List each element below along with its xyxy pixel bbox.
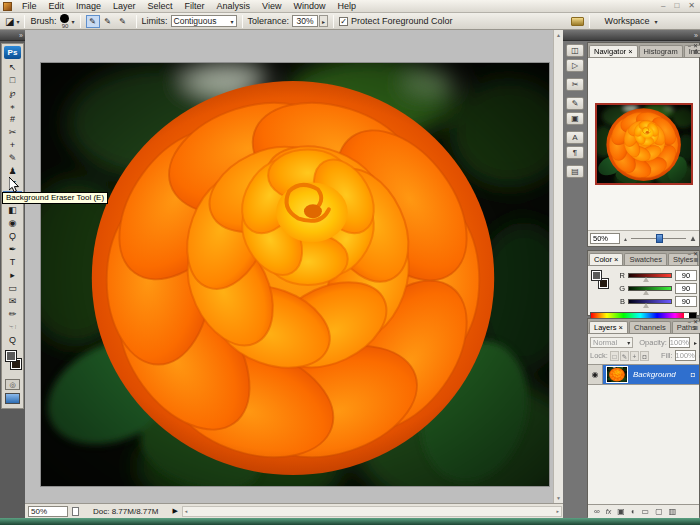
lock-position-icon[interactable]: + bbox=[630, 351, 639, 361]
actions-panel-icon[interactable]: ▷ bbox=[566, 59, 584, 72]
chevron-down-icon[interactable]: ▾ bbox=[71, 18, 74, 25]
green-value-input[interactable]: 90 bbox=[675, 283, 697, 294]
scroll-up-icon[interactable]: ▲ bbox=[556, 32, 561, 38]
brush-preset-picker[interactable]: 90 bbox=[60, 14, 69, 29]
menu-analysis[interactable]: Analysis bbox=[211, 0, 257, 12]
blue-slider-handle[interactable] bbox=[643, 303, 649, 308]
foreground-color-swatch[interactable] bbox=[5, 350, 17, 362]
rectangular-marquee-tool[interactable]: □ bbox=[3, 74, 22, 87]
limits-select[interactable]: Contiguous ▾ bbox=[171, 15, 237, 27]
tab-channels[interactable]: Channels bbox=[629, 321, 671, 333]
adjustment-layer-icon[interactable]: ◐ bbox=[631, 507, 636, 516]
lock-pixels-icon[interactable]: ✎ bbox=[620, 351, 629, 361]
brushes-panel-icon[interactable]: ✎ bbox=[566, 97, 584, 110]
menu-window[interactable]: Window bbox=[287, 0, 331, 12]
pen-tool[interactable]: ✒ bbox=[3, 243, 22, 256]
zoom-percent-input[interactable]: 50% bbox=[28, 506, 68, 517]
green-slider-handle[interactable] bbox=[643, 290, 649, 295]
hand-tool[interactable]: ☜ bbox=[3, 321, 22, 334]
red-value-input[interactable]: 90 bbox=[675, 270, 697, 281]
blur-tool[interactable]: ◉ bbox=[3, 217, 22, 230]
collapse-dock-icon[interactable]: » bbox=[19, 31, 23, 40]
sampling-background-swatch-button[interactable]: ✎ bbox=[116, 15, 130, 28]
status-flyout-icon[interactable]: ▶ bbox=[172, 507, 177, 515]
move-tool[interactable]: ↖ bbox=[3, 61, 22, 74]
workspace-menu[interactable]: Workspace ▾ bbox=[605, 16, 658, 26]
screen-mode-button[interactable] bbox=[5, 393, 20, 404]
dodge-tool[interactable]: Ϙ bbox=[3, 230, 22, 243]
panel-menu-icon[interactable]: ≣ bbox=[693, 325, 698, 331]
tolerance-flyout-icon[interactable]: ▸ bbox=[319, 15, 328, 27]
delete-layer-icon[interactable]: ▥ bbox=[669, 507, 677, 516]
tool-presets-panel-icon[interactable]: ✂ bbox=[566, 78, 584, 91]
scroll-left-icon[interactable]: ◂ bbox=[185, 508, 188, 514]
magic-wand-tool[interactable]: ⁎ bbox=[3, 100, 22, 113]
green-slider[interactable] bbox=[628, 286, 672, 291]
tab-layers[interactable]: Layers × bbox=[589, 321, 628, 333]
history-panel-icon[interactable]: ◫ bbox=[566, 44, 584, 57]
shape-tool[interactable]: ▭ bbox=[3, 282, 22, 295]
zoom-out-icon[interactable]: ▲ bbox=[623, 235, 628, 243]
restore-icon[interactable]: □ bbox=[674, 1, 679, 10]
layer-row-background[interactable]: ◉ Background ◘ bbox=[588, 364, 699, 385]
lasso-tool[interactable]: ℘ bbox=[3, 87, 22, 100]
paragraph-panel-icon[interactable]: ¶ bbox=[566, 146, 584, 159]
sampling-continuous-button[interactable]: ✎ bbox=[86, 15, 100, 28]
navigator-zoom-input[interactable]: 50% bbox=[590, 233, 620, 244]
protect-foreground-checkbox[interactable]: ✓ bbox=[339, 17, 348, 26]
tool-preset-picker[interactable]: ◪ ▾ bbox=[5, 16, 19, 27]
vertical-scrollbar[interactable]: ▲ ▼ bbox=[553, 30, 563, 503]
menu-filter[interactable]: Filter bbox=[179, 0, 211, 12]
panel-dock-header[interactable]: » bbox=[563, 30, 700, 41]
eyedropper-tool[interactable]: ✏ bbox=[3, 308, 22, 321]
red-slider[interactable] bbox=[628, 273, 672, 278]
zoom-in-icon[interactable]: ▲ bbox=[689, 235, 697, 243]
notes-tool[interactable]: ✉ bbox=[3, 295, 22, 308]
new-group-icon[interactable]: ▭ bbox=[642, 507, 650, 516]
menu-layer[interactable]: Layer bbox=[107, 0, 142, 12]
zoom-tool[interactable]: Q bbox=[3, 334, 22, 347]
blue-value-input[interactable]: 90 bbox=[675, 296, 697, 307]
menu-select[interactable]: Select bbox=[142, 0, 179, 12]
close-icon[interactable]: ✕ bbox=[688, 1, 695, 10]
scroll-right-icon[interactable]: ▸ bbox=[556, 508, 559, 514]
collapse-dock-icon[interactable]: » bbox=[694, 31, 698, 40]
layer-comps-panel-icon[interactable]: ▤ bbox=[566, 165, 584, 178]
opacity-flyout-icon[interactable]: ▸ bbox=[694, 339, 697, 346]
panel-menu-icon[interactable]: ≣ bbox=[693, 257, 698, 263]
clone-source-panel-icon[interactable]: ▣ bbox=[566, 112, 584, 125]
foreground-color-swatch[interactable] bbox=[591, 270, 602, 281]
panel-menu-icon[interactable]: ≣ bbox=[693, 49, 698, 55]
slice-tool[interactable]: ✂ bbox=[3, 126, 22, 139]
document-canvas-area[interactable]: ▲ ▼ bbox=[25, 30, 563, 503]
healing-brush-tool[interactable]: + bbox=[3, 139, 22, 152]
menu-help[interactable]: Help bbox=[331, 0, 362, 12]
brush-tool[interactable]: ✎ bbox=[3, 152, 22, 165]
horizontal-scrollbar[interactable]: ◂ ▸ bbox=[182, 506, 562, 517]
sampling-once-button[interactable]: ✎ bbox=[101, 15, 115, 28]
new-layer-icon[interactable]: ▢ bbox=[655, 507, 663, 516]
character-panel-icon[interactable]: A bbox=[566, 131, 584, 144]
link-layers-icon[interactable]: ∞ bbox=[594, 507, 600, 516]
tab-swatches[interactable]: Swatches bbox=[624, 253, 667, 265]
go-to-bridge-button[interactable] bbox=[571, 17, 584, 26]
path-selection-tool[interactable]: ▸ bbox=[3, 269, 22, 282]
scroll-down-icon[interactable]: ▼ bbox=[556, 495, 561, 501]
navigator-zoom-slider[interactable] bbox=[631, 238, 686, 239]
tolerance-input[interactable]: 30% bbox=[292, 15, 318, 27]
type-tool[interactable]: T bbox=[3, 256, 22, 269]
red-slider-handle[interactable] bbox=[643, 277, 649, 282]
menu-file[interactable]: File bbox=[16, 0, 43, 12]
minimize-icon[interactable]: – bbox=[661, 1, 665, 10]
menu-view[interactable]: View bbox=[256, 0, 287, 12]
rose-photo[interactable] bbox=[40, 62, 550, 487]
tab-color[interactable]: Color × bbox=[589, 253, 623, 265]
navigator-view-box[interactable] bbox=[595, 103, 693, 185]
tab-histogram[interactable]: Histogram bbox=[639, 45, 683, 57]
fill-input[interactable]: 100% bbox=[675, 350, 696, 361]
tab-navigator[interactable]: Navigator × bbox=[589, 45, 638, 57]
layer-thumbnail[interactable] bbox=[606, 366, 628, 383]
blue-slider[interactable] bbox=[628, 299, 672, 304]
crop-tool[interactable]: # bbox=[3, 113, 22, 126]
layer-visibility-toggle[interactable]: ◉ bbox=[588, 365, 603, 384]
